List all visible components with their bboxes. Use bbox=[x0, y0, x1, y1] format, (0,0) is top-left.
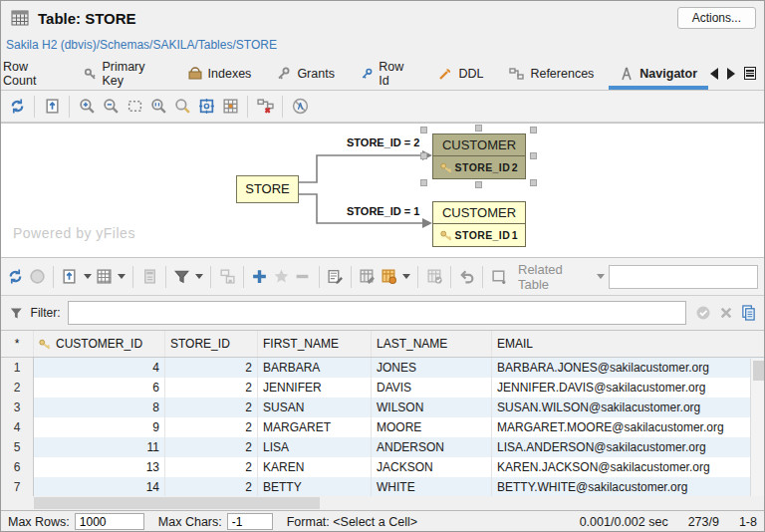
export-graph-icon[interactable] bbox=[42, 97, 62, 117]
filter-funnel-icon[interactable] bbox=[173, 267, 191, 287]
grid-confirm-icon[interactable] bbox=[425, 267, 443, 287]
overview-disabled-icon[interactable] bbox=[290, 97, 310, 117]
zoom-actual-size-icon[interactable] bbox=[148, 97, 168, 117]
max-chars-input[interactable] bbox=[227, 513, 273, 530]
key-icon bbox=[84, 67, 96, 81]
column-header-first-name[interactable]: FIRST_NAME bbox=[258, 331, 372, 357]
apply-filter-icon[interactable] bbox=[695, 305, 711, 321]
tab-list-icon[interactable] bbox=[744, 67, 756, 80]
breadcrumb[interactable]: Sakila H2 (dbvis)/Schemas/SAKILA/Tables/… bbox=[6, 38, 277, 52]
wrench-icon bbox=[438, 67, 452, 81]
filter-row: Filter: bbox=[1, 296, 764, 330]
vertical-scrollbar-thumb[interactable] bbox=[753, 361, 764, 381]
table-row[interactable]: 4 9 2 MARGARET MOORE MARGARET.MOORE@saki… bbox=[1, 417, 765, 437]
grid-settings-icon[interactable] bbox=[381, 267, 398, 287]
row-header-column[interactable]: * bbox=[1, 331, 34, 357]
duplicate-row-icon[interactable] bbox=[273, 267, 291, 287]
customer-node-value: 2 bbox=[512, 161, 518, 173]
selection-handle[interactable] bbox=[420, 127, 427, 133]
tab-navigator[interactable]: Navigator bbox=[607, 57, 710, 90]
tab-row-count[interactable]: Row Count bbox=[1, 57, 71, 90]
related-table-dropdown[interactable]: Related Table bbox=[518, 262, 588, 292]
filter-icon bbox=[9, 306, 24, 321]
selection-handle[interactable] bbox=[420, 152, 427, 159]
customer-node-value: 1 bbox=[512, 229, 518, 241]
zoom-in-icon[interactable] bbox=[77, 97, 97, 117]
export-grid-icon[interactable] bbox=[61, 267, 79, 287]
copy-filter-icon[interactable] bbox=[741, 305, 756, 321]
selection-handle[interactable] bbox=[530, 127, 537, 133]
insert-row-icon[interactable] bbox=[251, 267, 269, 287]
open-in-new-window-icon[interactable] bbox=[490, 267, 508, 287]
reload-grid-icon[interactable] bbox=[7, 267, 25, 287]
grid-view-icon[interactable] bbox=[96, 267, 114, 287]
clear-filter-icon[interactable] bbox=[719, 306, 733, 320]
tab-scroll-left-icon[interactable] bbox=[710, 68, 718, 80]
table-row[interactable]: 6 13 2 KAREN JACKSON KAREN.JACKSON@sakil… bbox=[1, 457, 765, 477]
selection-handle[interactable] bbox=[475, 125, 482, 132]
column-header-last-name[interactable]: LAST_NAME bbox=[372, 331, 492, 357]
column-header-customer-id[interactable]: CUSTOMER_ID bbox=[34, 331, 165, 357]
tab-ddl[interactable]: DDL bbox=[425, 57, 496, 90]
vertical-scrollbar[interactable] bbox=[750, 359, 765, 497]
table-row[interactable]: 1 4 2 BARBARA JONES BARBARA.JONES@sakila… bbox=[1, 358, 765, 378]
format-text: Format: <Select a Cell> bbox=[287, 515, 417, 529]
save-rows-icon[interactable] bbox=[218, 267, 236, 287]
actions-button[interactable]: Actions... bbox=[677, 7, 756, 29]
delete-row-icon[interactable] bbox=[294, 267, 312, 287]
filter-label: Filter: bbox=[31, 306, 61, 320]
grid-settings-dropdown-icon[interactable] bbox=[402, 274, 410, 279]
customer-node-selected[interactable]: CUSTOMER STORE_ID 2 bbox=[432, 133, 526, 179]
stop-icon[interactable] bbox=[29, 267, 47, 287]
column-header-email[interactable]: EMAIL bbox=[492, 331, 765, 357]
selection-handle[interactable] bbox=[530, 152, 537, 159]
horizontal-scrollbar[interactable] bbox=[1, 496, 765, 510]
references-icon bbox=[509, 67, 524, 81]
export-dropdown-icon[interactable] bbox=[84, 274, 92, 279]
column-header-store-id[interactable]: STORE_ID bbox=[165, 331, 258, 357]
refresh-icon[interactable] bbox=[7, 97, 27, 117]
edge-label-store-id-1: STORE_ID = 1 bbox=[347, 205, 419, 217]
remove-reference-icon[interactable] bbox=[255, 97, 275, 117]
tab-grants[interactable]: Grants bbox=[264, 57, 348, 90]
edit-rows-icon[interactable] bbox=[327, 267, 345, 287]
range-text: 1-8 bbox=[739, 515, 757, 529]
tab-primary-key[interactable]: Primary Key bbox=[71, 57, 174, 90]
max-rows-input[interactable] bbox=[75, 513, 144, 530]
find-in-graph-icon[interactable] bbox=[172, 97, 192, 117]
tab-bar: Row Count Primary Key Indexes Grants Row… bbox=[1, 57, 764, 91]
grid-search-input[interactable] bbox=[618, 270, 765, 284]
related-table-caret-icon[interactable] bbox=[597, 274, 605, 279]
rows-count-text: 273/9 bbox=[688, 515, 719, 529]
customer-node[interactable]: CUSTOMER STORE_ID 1 bbox=[432, 201, 526, 247]
grid-edit-icon[interactable] bbox=[359, 267, 377, 287]
table-row[interactable]: 2 6 2 JENNIFER DAVIS JENNIFER.DAVIS@saki… bbox=[1, 378, 765, 398]
table-row[interactable]: 3 8 2 SUSAN WILSON SUSAN.WILSON@sakilacu… bbox=[1, 398, 765, 417]
selection-handle[interactable] bbox=[530, 179, 537, 186]
fit-to-window-icon[interactable] bbox=[196, 97, 216, 117]
grid-layout-icon[interactable] bbox=[220, 97, 240, 117]
filter-dropdown-icon[interactable] bbox=[195, 274, 203, 279]
grid-view-dropdown-icon[interactable] bbox=[118, 274, 126, 279]
zoom-out-icon[interactable] bbox=[101, 97, 121, 117]
horizontal-scrollbar-thumb[interactable] bbox=[34, 497, 320, 509]
navigator-diagram[interactable]: STORE_ID = 2 STORE_ID = 1 STORE CUSTOMER… bbox=[1, 123, 765, 258]
tab-row-id[interactable]: Row Id bbox=[348, 57, 426, 90]
selection-handle[interactable] bbox=[475, 181, 482, 188]
calculator-icon[interactable] bbox=[140, 267, 158, 287]
tab-references[interactable]: References bbox=[496, 57, 607, 90]
marquee-zoom-icon[interactable] bbox=[125, 97, 144, 117]
customer-node-column: STORE_ID bbox=[453, 161, 512, 173]
customer-node-column: STORE_ID bbox=[453, 229, 512, 241]
page-title: Table: STORE bbox=[38, 10, 136, 27]
filter-input[interactable] bbox=[68, 301, 686, 325]
undo-icon[interactable] bbox=[458, 267, 476, 287]
grid-search-box[interactable] bbox=[609, 265, 758, 289]
store-node[interactable]: STORE bbox=[236, 175, 299, 203]
table-row[interactable]: 7 14 2 BETTY WHITE BETTY.WHITE@sakilacus… bbox=[1, 477, 765, 497]
customer-node-title: CUSTOMER bbox=[433, 202, 525, 224]
selection-handle[interactable] bbox=[420, 179, 427, 186]
tab-scroll-right-icon[interactable] bbox=[727, 68, 735, 80]
tab-indexes[interactable]: Indexes bbox=[175, 57, 265, 90]
table-row[interactable]: 5 11 2 LISA ANDERSON LISA.ANDERSON@sakil… bbox=[1, 437, 765, 457]
